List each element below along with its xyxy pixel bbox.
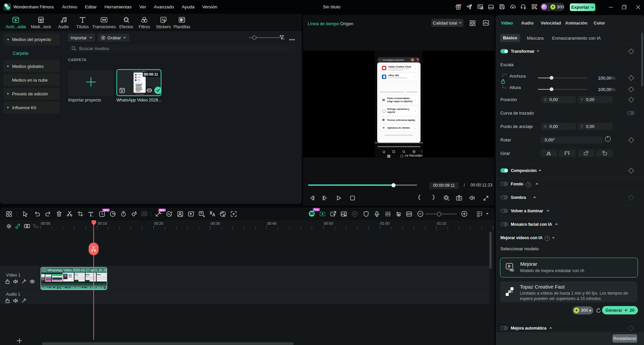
svg-text:HD: HD bbox=[510, 269, 514, 272]
